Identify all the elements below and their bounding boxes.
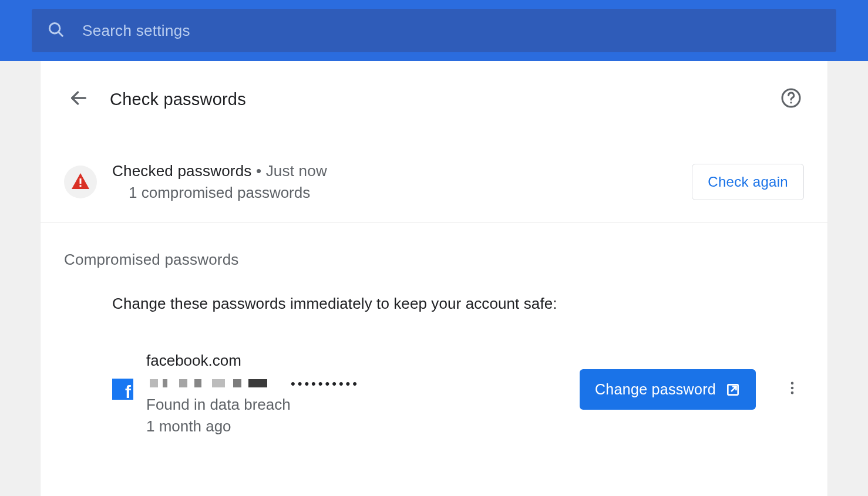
- back-button[interactable]: [64, 83, 93, 115]
- warning-icon: [64, 166, 97, 198]
- svg-rect-6: [80, 185, 82, 187]
- search-container[interactable]: [32, 9, 836, 52]
- svg-line-1: [59, 32, 62, 36]
- site-favicon: [112, 379, 133, 400]
- svg-rect-5: [80, 178, 82, 184]
- compromised-heading: Compromised passwords: [41, 222, 827, 269]
- svg-point-10: [791, 387, 794, 390]
- breach-label: Found in data breach: [146, 396, 580, 414]
- password-masked: ••••••••••: [291, 376, 359, 392]
- svg-point-4: [790, 102, 792, 103]
- username-redacted: [150, 376, 273, 392]
- svg-point-9: [791, 382, 794, 385]
- breach-age: 1 month ago: [146, 417, 580, 436]
- external-link-icon: [725, 382, 741, 397]
- settings-search-bar: [0, 0, 868, 61]
- facebook-icon: [112, 379, 133, 400]
- change-password-button[interactable]: Change password: [580, 369, 756, 410]
- status-time: Just now: [266, 162, 327, 180]
- settings-card: Check passwords Check: [41, 61, 827, 496]
- compromised-item-details: facebook.com •••••••••• Found in data br…: [146, 352, 580, 436]
- more-options-button[interactable]: [780, 376, 804, 402]
- search-icon: [47, 21, 65, 41]
- compromised-description: Change these passwords immediately to ke…: [41, 269, 827, 313]
- content-area: Check passwords Check: [0, 61, 868, 496]
- compromised-item: facebook.com •••••••••• Found in data br…: [41, 313, 827, 436]
- status-separator: •: [252, 162, 266, 180]
- status-line-1: Checked passwords • Just now: [112, 162, 692, 180]
- check-status-row: Checked passwords • Just now 1 compromis…: [41, 139, 827, 222]
- status-label: Checked passwords: [112, 162, 252, 180]
- credentials-line: ••••••••••: [150, 376, 580, 392]
- svg-point-11: [791, 392, 794, 394]
- change-password-label: Change password: [595, 381, 716, 398]
- search-input[interactable]: [82, 22, 821, 40]
- page-header: Check passwords: [41, 61, 827, 115]
- check-again-button[interactable]: Check again: [692, 164, 804, 200]
- status-summary: 1 compromised passwords: [112, 184, 692, 202]
- site-name: facebook.com: [146, 352, 580, 370]
- help-button[interactable]: [778, 85, 804, 113]
- status-text: Checked passwords • Just now 1 compromis…: [112, 162, 692, 202]
- page-title: Check passwords: [110, 90, 246, 109]
